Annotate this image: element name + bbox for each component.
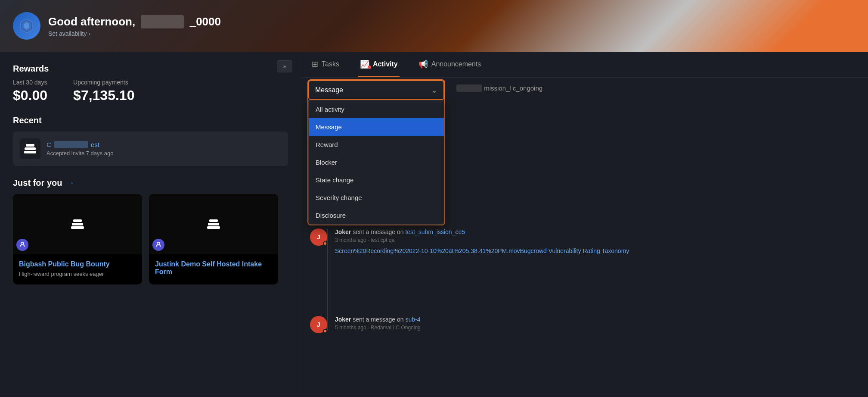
activity-avatar-0: J [310, 228, 327, 246]
tab-tasks-label: Tasks [322, 60, 339, 68]
action-0: sent a message on [353, 228, 405, 235]
bg-blurred-1 [456, 84, 482, 92]
activity-content: mission_l c_ongoing Message ⌄ All activi… [301, 78, 868, 397]
title-blurred [54, 141, 88, 148]
recent-card-info: C est Accepted invite 7 days ago [46, 141, 113, 156]
stack-icon [24, 144, 36, 153]
just-for-you-arrow[interactable]: → [66, 178, 74, 188]
status-dot-0 [323, 241, 327, 246]
user-avatar [13, 12, 40, 40]
recent-title: Recent [13, 116, 288, 125]
program-card-0[interactable]: Bigbash Public Bug Bounty High-reward pr… [13, 194, 142, 284]
collapse-button[interactable]: » [277, 60, 292, 72]
left-panel: » Rewards Last 30 days $0.00 Upcoming pa… [0, 52, 301, 397]
program-card-image-0 [13, 194, 142, 254]
stack-layer-2 [25, 147, 36, 150]
tasks-icon: ⊞ [312, 59, 318, 69]
program-card-body-0: Bigbash Public Bug Bounty High-reward pr… [13, 254, 142, 283]
bg-ongoing: c_ongoing [513, 84, 542, 92]
last30-amount: $0.00 [13, 88, 47, 103]
dropdown-item-reward[interactable]: Reward [309, 136, 444, 153]
stack-layer-1 [26, 144, 34, 147]
program-card-image-1 [149, 194, 278, 254]
prog-layer-6 [207, 226, 220, 229]
dropdown-item-blocker[interactable]: Blocker [309, 153, 444, 171]
dropdown-item-severity-change[interactable]: Severity change [309, 189, 444, 206]
dropdown-menu: All activity Message Reward Blocker Stat… [308, 100, 444, 225]
recent-card-subtitle: Accepted invite 7 days ago [46, 150, 113, 156]
tab-activity-label: Activity [373, 60, 398, 68]
tabs-header: ⊞ Tasks 📈 Activity 📢 Announcements [301, 52, 868, 78]
actor-1: Joker [335, 316, 351, 323]
set-availability-link[interactable]: Set availability › [48, 30, 221, 37]
header-banner: Good afternoon, _0000 Set availability › [0, 0, 868, 52]
header-text: Good afternoon, _0000 Set availability › [48, 15, 221, 37]
prog-layer-2 [72, 223, 83, 225]
dropdown-selected-label: Message [315, 86, 343, 94]
dropdown-trigger[interactable]: Message ⌄ [308, 80, 444, 100]
right-panel: ⊞ Tasks 📈 Activity 📢 Announcements [301, 52, 868, 397]
prog-layer-5 [208, 223, 219, 225]
program-stack-icon-1 [207, 219, 220, 229]
program-cards-grid: Bigbash Public Bug Bounty High-reward pr… [13, 194, 288, 284]
long-link-0[interactable]: Screen%20Recording%202022-10-10%20at%205… [335, 247, 859, 256]
recent-section: Recent C est Accepted in [13, 116, 288, 166]
greeting-text: Good afternoon, _0000 [48, 15, 221, 28]
activity-item-0: J Joker sent a message on test_subm_issi… [335, 228, 859, 256]
activity-avatar-1: J [310, 316, 327, 333]
tab-announcements-label: Announcements [431, 60, 481, 68]
main-layout: » Rewards Last 30 days $0.00 Upcoming pa… [0, 52, 868, 397]
activity-icon: 📈 [360, 59, 369, 69]
activity-meta-1: 5 months ago · RedamaLLC Ongoing [335, 325, 859, 331]
recent-card[interactable]: C est Accepted invite 7 days ago [13, 131, 288, 166]
dropdown-item-message[interactable]: Message [309, 118, 444, 136]
status-dot-1 [323, 329, 327, 333]
tab-activity[interactable]: 📈 Activity [358, 52, 400, 77]
recent-card-icon [20, 138, 40, 159]
dropdown-chevron-icon: ⌄ [431, 85, 437, 95]
program-card-title-1: Justink Demo Self Hosted Intake Form [155, 260, 272, 276]
just-for-you-header: Just for you → [13, 178, 288, 188]
avatar-initial-1: J [317, 321, 320, 328]
prog-layer-4 [209, 219, 218, 222]
prog-layer-3 [71, 226, 84, 229]
program-badge-1 [152, 239, 164, 251]
submission-link-1[interactable]: sub-4 [405, 316, 420, 323]
program-card-1[interactable]: Justink Demo Self Hosted Intake Form [149, 194, 278, 284]
rewards-section: Rewards Last 30 days $0.00 Upcoming paym… [13, 64, 288, 103]
rewards-title: Rewards [13, 64, 288, 74]
rewards-grid: Last 30 days $0.00 Upcoming payments $7,… [13, 79, 288, 103]
upcoming-reward: Upcoming payments $7,135.10 [73, 79, 134, 103]
title-suffix: est [91, 141, 99, 148]
stack-layer-3 [24, 151, 36, 153]
activity-text-1: Joker sent a message on sub-4 5 months a… [335, 316, 859, 331]
upcoming-label: Upcoming payments [73, 79, 134, 86]
program-badge-0 [16, 239, 28, 251]
dropdown-item-all-activity[interactable]: All activity [309, 100, 444, 118]
activity-meta-0: 3 months ago · test cpt qa [335, 237, 859, 243]
avatar-initial-0: J [317, 234, 320, 241]
recent-card-title: C est [46, 141, 113, 148]
activity-text-0: Joker sent a message on test_subm_ission… [335, 228, 859, 256]
bg-submission-info: mission_l c_ongoing [456, 84, 542, 92]
tab-tasks[interactable]: ⊞ Tasks [310, 52, 341, 77]
bg-mission: mission_l [484, 84, 513, 92]
activity-list: J Joker sent a message on test_subm_issi… [310, 228, 859, 331]
program-card-title-0: Bigbash Public Bug Bounty [19, 260, 136, 268]
dropdown-item-state-change[interactable]: State change [309, 171, 444, 189]
last30-label: Last 30 days [13, 79, 47, 86]
activity-item-1: J Joker sent a message on sub-4 5 months… [335, 264, 859, 331]
dropdown-item-disclosure[interactable]: Disclosure [309, 206, 444, 224]
program-card-desc-0: High-reward program seeks eager [19, 271, 136, 277]
last30-reward: Last 30 days $0.00 [13, 79, 47, 103]
title-prefix: C [46, 141, 51, 148]
activity-notification-dot [368, 66, 371, 69]
just-for-you-section: Just for you → [13, 178, 288, 284]
program-card-body-1: Justink Demo Self Hosted Intake Form [149, 254, 278, 284]
announcements-icon: 📢 [418, 59, 428, 69]
submission-link-0[interactable]: test_subm_ission_ce5 [405, 228, 465, 235]
actor-0: Joker [335, 228, 351, 235]
tab-announcements[interactable]: 📢 Announcements [417, 52, 483, 77]
prog-layer-1 [73, 219, 82, 222]
upcoming-amount: $7,135.10 [73, 88, 134, 103]
